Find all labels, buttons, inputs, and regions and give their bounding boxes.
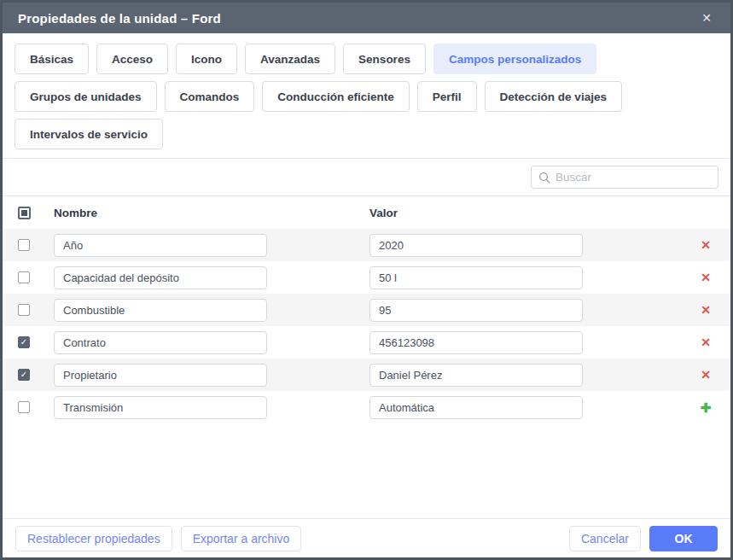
- footer-bar: Restablecer propiedades Exportar a archi…: [3, 518, 730, 557]
- row-checkbox[interactable]: [18, 304, 30, 316]
- field-name-input[interactable]: [54, 234, 267, 257]
- tab-intervalos-de-servicio[interactable]: Intervalos de servicio: [15, 119, 163, 149]
- tab-grupos-de-unidades[interactable]: Grupos de unidades: [15, 81, 157, 112]
- field-name-input[interactable]: [54, 299, 267, 322]
- ok-button[interactable]: OK: [649, 526, 718, 551]
- tab-perfil[interactable]: Perfil: [417, 81, 477, 112]
- tab-detección-de-viajes[interactable]: Detección de viajes: [485, 81, 622, 112]
- dialog-title: Propiedades de la unidad – Ford: [18, 11, 221, 26]
- reset-properties-button[interactable]: Restablecer propiedades: [15, 526, 172, 551]
- dialog-titlebar: Propiedades de la unidad – Ford ✕: [3, 3, 730, 33]
- row-checkbox[interactable]: [18, 239, 30, 251]
- tab-conducción-eficiente[interactable]: Conducción eficiente: [262, 81, 410, 112]
- table-row: ✕: [3, 229, 730, 261]
- field-name-input[interactable]: [54, 364, 267, 387]
- table-body: ✕✕✕✓✕✓✕✚: [3, 229, 730, 423]
- row-checkbox[interactable]: ✓: [18, 336, 30, 348]
- field-name-input[interactable]: [54, 266, 267, 289]
- tab-avanzadas[interactable]: Avanzadas: [245, 44, 335, 74]
- cancel-button[interactable]: Cancelar: [569, 526, 641, 551]
- delete-field-icon[interactable]: ✕: [681, 369, 730, 381]
- table-row: ✓✕: [3, 326, 730, 359]
- table-row: ✕: [3, 261, 730, 294]
- row-checkbox[interactable]: [18, 271, 30, 283]
- select-all-checkbox[interactable]: [18, 207, 31, 219]
- tab-campos-personalizados[interactable]: Campos personalizados: [433, 44, 596, 74]
- export-to-file-button[interactable]: Exportar a archivo: [181, 526, 302, 551]
- tab-comandos[interactable]: Comandos: [165, 81, 255, 112]
- tab-bar: BásicasAccesoIconoAvanzadasSensoresCampo…: [3, 33, 730, 159]
- footer-right-buttons: Cancelar OK: [569, 526, 718, 551]
- field-value-input[interactable]: [369, 331, 583, 354]
- tab-acceso[interactable]: Acceso: [96, 44, 168, 74]
- footer-left-buttons: Restablecer propiedades Exportar a archi…: [15, 526, 301, 551]
- column-header-valor: Valor: [369, 207, 681, 219]
- field-value-input[interactable]: [369, 396, 583, 419]
- column-header-nombre: Nombre: [54, 207, 369, 219]
- tab-básicas[interactable]: Básicas: [15, 44, 89, 74]
- tab-sensores[interactable]: Sensores: [343, 44, 426, 74]
- table-row: ✚: [3, 391, 730, 423]
- field-value-input[interactable]: [369, 299, 583, 322]
- field-value-input[interactable]: [369, 234, 583, 257]
- row-checkbox[interactable]: [18, 401, 30, 413]
- search-input[interactable]: [556, 171, 711, 184]
- unit-properties-dialog: Propiedades de la unidad – Ford ✕ Básica…: [0, 0, 733, 560]
- field-value-input[interactable]: [369, 364, 583, 387]
- table-row: ✕: [3, 294, 730, 326]
- delete-field-icon[interactable]: ✕: [681, 239, 730, 251]
- row-checkbox[interactable]: ✓: [18, 369, 30, 381]
- add-field-icon[interactable]: ✚: [681, 401, 730, 414]
- tab-icono[interactable]: Icono: [176, 44, 237, 74]
- search-icon: [538, 172, 550, 184]
- field-value-input[interactable]: [369, 266, 583, 289]
- table-header-row: Nombre Valor: [3, 196, 730, 229]
- field-name-input[interactable]: [54, 331, 267, 354]
- table-row: ✓✕: [3, 359, 730, 391]
- delete-field-icon[interactable]: ✕: [681, 271, 730, 283]
- delete-field-icon[interactable]: ✕: [681, 304, 730, 316]
- delete-field-icon[interactable]: ✕: [681, 336, 730, 348]
- custom-fields-table: Nombre Valor ✕✕✕✓✕✓✕✚: [3, 196, 730, 518]
- search-row: [3, 159, 730, 196]
- field-name-input[interactable]: [54, 396, 267, 419]
- search-box[interactable]: [531, 166, 718, 189]
- close-icon[interactable]: ✕: [698, 9, 715, 26]
